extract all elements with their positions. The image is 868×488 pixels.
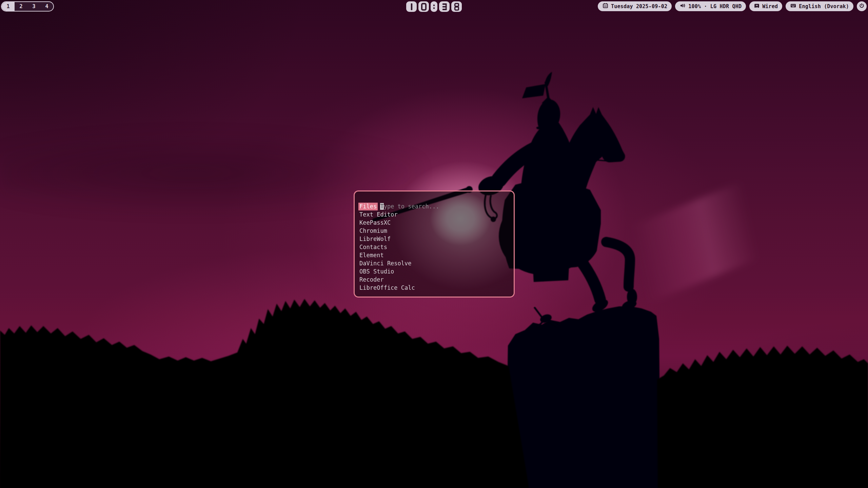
status-tray: Tuesday 2025-09-02 100% · LG HDR QHD [598, 1, 867, 11]
results-list: Files Text Editor KeePassXC Chromium Lib… [359, 202, 510, 292]
clock-digit [439, 1, 450, 12]
power-icon [859, 3, 865, 10]
keyboard-icon [790, 2, 796, 10]
workspace-item-2[interactable]: 2 [15, 2, 27, 11]
workspace-item-1[interactable]: 1 [2, 2, 15, 11]
keyboard-layout-label: English (Dvorak) [799, 3, 849, 9]
launcher-item-contacts[interactable]: Contacts [359, 243, 510, 251]
clock[interactable] [406, 1, 462, 12]
volume-pill[interactable]: 100% · LG HDR QHD [675, 1, 746, 11]
launcher-item-keepassxc[interactable]: KeePassXC [359, 219, 510, 227]
ethernet-icon [754, 3, 760, 10]
clock-digit [406, 1, 417, 12]
workspace-item-4[interactable]: 4 [40, 2, 53, 11]
workspace-switcher: 1 2 3 4 [1, 1, 54, 12]
clock-digit [431, 1, 437, 12]
workspace-label: 2 [19, 3, 22, 9]
desktop: 1 2 3 4 Tuesday [0, 0, 868, 488]
search-placeholder: ype to search... [384, 203, 439, 210]
clock-digit [418, 1, 429, 12]
date-label: Tuesday 2025-09-02 [611, 3, 667, 9]
launcher-item-element[interactable]: Element [359, 251, 510, 259]
date-pill[interactable]: Tuesday 2025-09-02 [598, 1, 672, 11]
workspace-label: 1 [6, 3, 9, 9]
top-bar: 1 2 3 4 Tuesday [0, 0, 868, 14]
calendar-icon [602, 2, 609, 10]
volume-label: 100% · LG HDR QHD [688, 3, 742, 9]
launcher-item-chromium[interactable]: Chromium [359, 227, 510, 235]
workspace-label: 4 [45, 3, 48, 9]
speaker-icon [679, 2, 686, 10]
workspace-label: 3 [32, 3, 35, 9]
text-cursor: T [380, 203, 383, 210]
search-input[interactable]: Type to search... [359, 194, 510, 202]
launcher-item-librewolf[interactable]: LibreWolf [359, 235, 510, 243]
clock-digit [451, 1, 462, 12]
launcher-item-davinci-resolve[interactable]: DaVinci Resolve [359, 259, 510, 267]
app-launcher: Type to search... Files Text Editor KeeP… [354, 190, 515, 298]
launcher-item-text-editor[interactable]: Text Editor [359, 210, 510, 219]
launcher-item-libreoffice-calc[interactable]: LibreOffice Calc [359, 284, 510, 292]
power-button[interactable] [857, 1, 867, 11]
network-label: Wired [762, 3, 778, 9]
workspace-item-3[interactable]: 3 [27, 2, 40, 11]
tree-line-silhouette [0, 299, 868, 488]
keyboard-pill[interactable]: English (Dvorak) [786, 1, 853, 11]
network-pill[interactable]: Wired [749, 1, 782, 11]
launcher-item-obs-studio[interactable]: OBS Studio [359, 267, 510, 276]
launcher-item-recoder[interactable]: Recoder [359, 276, 510, 284]
